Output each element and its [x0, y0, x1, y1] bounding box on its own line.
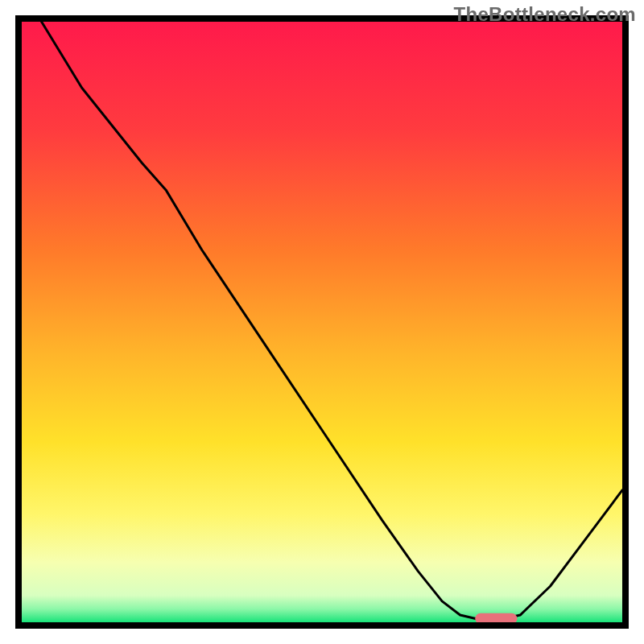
watermark-text: TheBottleneck.com: [454, 3, 636, 26]
gradient-background: [22, 22, 622, 622]
chart-svg: [0, 0, 644, 644]
svg-rect-6: [0, 0, 15, 644]
bottleneck-chart: TheBottleneck.com: [0, 0, 644, 644]
svg-rect-7: [629, 0, 644, 644]
svg-rect-5: [0, 629, 644, 644]
